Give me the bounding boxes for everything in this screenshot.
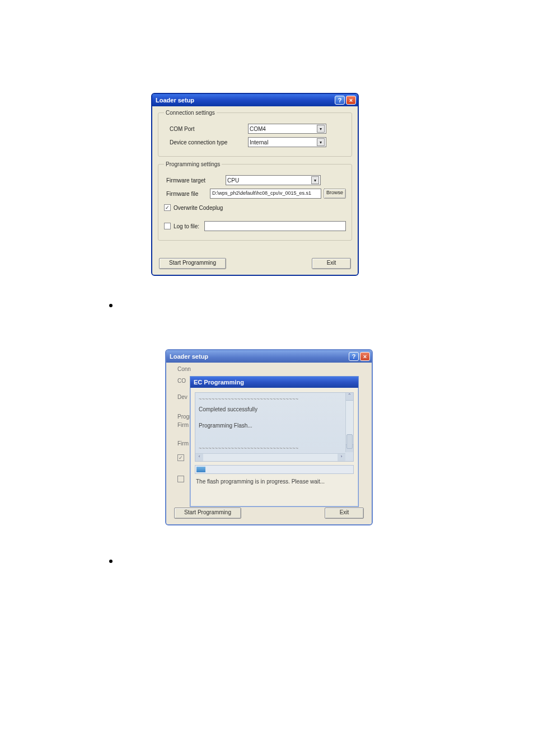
firmware-target-label: Firmware target	[164, 177, 226, 184]
loader-setup-window-progress: Loader setup ? × Conn CO Dev Progr Firm …	[165, 349, 373, 525]
log-line-programming: Programming Flash...	[199, 422, 350, 429]
scroll-thumb[interactable]	[346, 434, 353, 449]
scroll-up-icon[interactable]: ⌃	[346, 393, 353, 401]
help-button[interactable]: ?	[349, 352, 359, 361]
log-sep-2: ~~~~~~~~~~~~~~~~~~~~~~~~~~~~~~~	[199, 445, 350, 451]
window-title: Loader setup	[156, 97, 194, 104]
dev-fragment: Dev	[177, 394, 188, 400]
log-file-input[interactable]	[204, 221, 346, 231]
horizontal-scrollbar[interactable]: ‹ ›	[195, 453, 345, 461]
exit-button[interactable]: Exit	[312, 258, 351, 269]
bullet-icon	[109, 560, 113, 563]
chevron-down-icon[interactable]: ▾	[317, 138, 325, 146]
log-to-file-label: Log to file:	[174, 223, 204, 229]
status-text: The flash programming is in progress. Pl…	[196, 478, 353, 485]
programming-settings-group: Programming settings Firmware target CPU…	[158, 161, 352, 241]
progress-bar	[195, 465, 354, 474]
dialog-title: EC Programming	[194, 379, 244, 386]
vertical-scrollbar[interactable]: ⌃ ⌄	[345, 393, 353, 452]
scroll-right-icon[interactable]: ›	[338, 454, 345, 461]
programming-settings-legend: Programming settings	[164, 161, 222, 167]
scroll-left-icon[interactable]: ‹	[195, 454, 203, 461]
com-port-value: COM4	[250, 126, 266, 132]
scroll-track[interactable]	[346, 401, 353, 444]
bullet-icon	[109, 304, 113, 307]
ec-programming-dialog: EC Programming ~~~~~~~~~~~~~~~~~~~~~~~~~…	[190, 376, 359, 507]
window-title: Loader setup	[170, 353, 208, 360]
log-sep-1: ~~~~~~~~~~~~~~~~~~~~~~~~~~~~~~~	[199, 396, 350, 402]
overwrite-checkbox-bg: ✓	[177, 454, 184, 461]
titlebar: Loader setup ? ×	[152, 94, 358, 106]
com-port-label: COM Port	[164, 126, 248, 132]
prog-fragment: Progr	[177, 414, 191, 420]
exit-button[interactable]: Exit	[325, 508, 364, 519]
help-button[interactable]: ?	[335, 96, 345, 105]
com-fragment: CO	[177, 378, 186, 384]
close-button[interactable]: ×	[346, 96, 356, 105]
device-connection-value: Internal	[250, 139, 268, 145]
log-checkbox-bg	[177, 476, 184, 482]
firmware-file-label: Firmware file	[164, 191, 210, 197]
client-area: Connection settings COM Port COM4 ▾ Devi…	[152, 106, 358, 275]
com-port-select[interactable]: COM4 ▾	[248, 124, 326, 134]
chevron-down-icon[interactable]: ▾	[311, 176, 319, 184]
device-connection-select[interactable]: Internal ▾	[248, 137, 326, 147]
dialog-titlebar: EC Programming	[190, 377, 358, 388]
chevron-down-icon[interactable]: ▾	[317, 125, 325, 133]
log-to-file-checkbox[interactable]	[164, 223, 171, 229]
device-connection-label: Device connection type	[164, 139, 248, 145]
connection-settings-group: Connection settings COM Port COM4 ▾ Devi…	[158, 110, 352, 157]
log-output[interactable]: ~~~~~~~~~~~~~~~~~~~~~~~~~~~~~~~ Complete…	[195, 392, 354, 462]
firm2-fragment: Firm	[177, 440, 189, 447]
close-button[interactable]: ×	[360, 352, 370, 361]
firm1-fragment: Firm	[177, 422, 189, 428]
conn-fragment: Conn	[177, 366, 191, 372]
loader-setup-window: Loader setup ? × Connection settings COM…	[151, 93, 359, 276]
log-line-completed: Completed successfully	[199, 406, 350, 412]
firmware-target-value: CPU	[227, 177, 239, 184]
overwrite-codeplug-label: Overwrite Codeplug	[174, 205, 223, 211]
firmware-file-input[interactable]: D:\wps_ph2\default\hc08_cpu\v_0015_es.s1	[210, 189, 321, 199]
firmware-target-select[interactable]: CPU ▾	[226, 175, 321, 185]
overwrite-codeplug-checkbox[interactable]: ✓	[164, 204, 171, 211]
titlebar: Loader setup ? ×	[166, 350, 372, 363]
progress-bar-fill	[196, 467, 205, 472]
connection-settings-legend: Connection settings	[164, 110, 217, 116]
client-area: Conn CO Dev Progr Firm Firm ✓ EC Program…	[166, 363, 372, 524]
browse-button[interactable]: Browse	[324, 189, 346, 199]
scroll-htrack[interactable]	[203, 454, 338, 461]
start-programming-button[interactable]: Start Programming	[159, 258, 226, 269]
start-programming-button[interactable]: Start Programming	[174, 508, 241, 519]
